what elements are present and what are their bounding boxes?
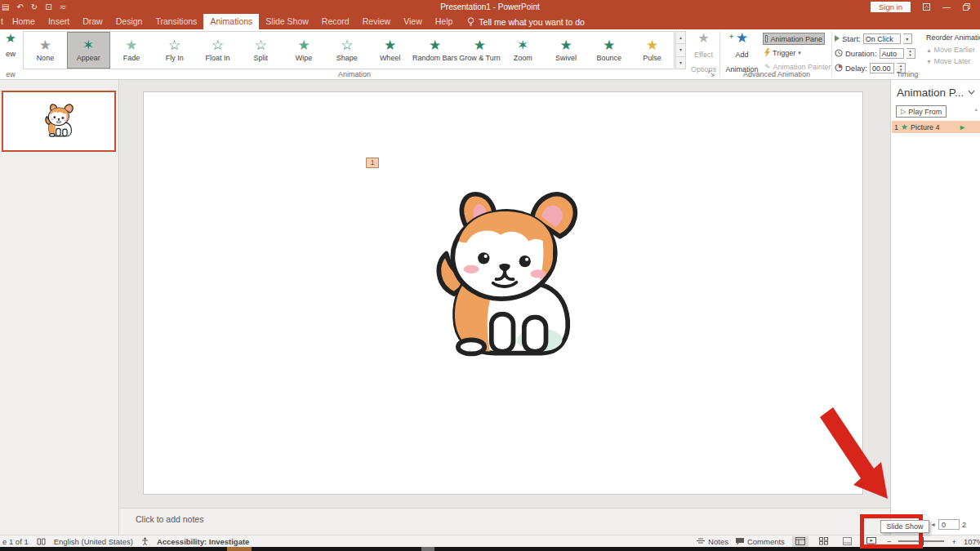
sign-in-button[interactable]: Sign in — [871, 2, 911, 12]
effect-fade[interactable]: ★ Fade — [110, 32, 154, 69]
effect-options-star-icon: ★ — [688, 31, 719, 46]
move-later-button[interactable]: ▼ Move Later — [926, 57, 980, 65]
language-indicator[interactable]: English (United States) — [54, 537, 133, 546]
timing-group-label: Timing — [835, 70, 980, 78]
ribbon-display-options-icon[interactable] — [923, 3, 930, 11]
gallery-more-icon[interactable]: ▾ — [675, 57, 686, 69]
preview-group-label: ew — [0, 70, 21, 78]
tab-insert[interactable]: Insert — [42, 14, 76, 29]
chevron-down-icon[interactable] — [968, 90, 975, 95]
play-from-button[interactable]: ▷ Play From — [896, 105, 947, 118]
duration-clock-icon — [835, 49, 843, 57]
zoom-slider[interactable] — [898, 540, 944, 542]
slide-sorter-view-button[interactable] — [816, 536, 832, 547]
notes-lines-icon — [697, 538, 705, 544]
start-icon — [835, 35, 840, 42]
effect-wipe[interactable]: ★ Wipe — [283, 32, 326, 69]
star-icon: ✶ — [82, 38, 94, 53]
tab-transitions[interactable]: Transitions — [149, 14, 203, 29]
notes-book-icon[interactable] — [37, 538, 46, 545]
tab-animations[interactable]: Animations — [203, 14, 259, 29]
effect-none[interactable]: ★ None — [24, 32, 67, 69]
tab-review[interactable]: Review — [356, 14, 397, 29]
slide-show-button[interactable] — [863, 536, 880, 547]
effect-swivel[interactable]: ★ Swivel — [545, 32, 588, 69]
effect-appear[interactable]: ✶ Appear — [67, 32, 110, 69]
minimize-button[interactable]: — — [942, 2, 951, 11]
effect-zoom[interactable]: ✶ Zoom — [501, 32, 545, 69]
slide-sorter-icon — [819, 537, 828, 545]
timeline-tick-0: 0 — [938, 519, 960, 530]
timeline-left-arrow-icon[interactable]: ◄ — [930, 522, 936, 527]
effect-fly-in[interactable]: ☆ Fly In — [153, 32, 196, 69]
star-icon: ★ — [646, 38, 658, 53]
star-icon: ★ — [429, 38, 441, 53]
comments-button[interactable]: Comments — [736, 537, 785, 546]
effect-grow-turn[interactable]: ★ Grow & Turn — [458, 32, 501, 69]
group-separator — [831, 31, 832, 77]
tab-draw[interactable]: Draw — [76, 14, 109, 29]
ribbon-animations: ★ ew ★ None ✶ Appear ★ Fade ☆ Fly In ☆ F — [0, 29, 980, 80]
animation-pane: Animation P... ▷ Play From ▴ 1 ★ Picture… — [890, 80, 980, 535]
animation-item-picture4[interactable]: 1 ★ Picture 4 ► — [892, 121, 980, 133]
add-animation-star-icon: ★+ — [723, 31, 761, 46]
effect-split[interactable]: ☆ Split — [239, 32, 283, 69]
animation-pane-button[interactable]: Animation Pane — [763, 33, 825, 45]
tab-file-partial[interactable]: t — [0, 14, 6, 29]
pane-scroll-up-icon[interactable]: ▴ — [974, 106, 978, 113]
notes-placeholder[interactable]: Click to add notes — [119, 509, 890, 524]
tab-record[interactable]: Record — [315, 14, 356, 29]
tab-slide-show[interactable]: Slide Show — [259, 14, 315, 29]
start-select[interactable]: On Click — [863, 33, 901, 44]
gallery-scroll-down-icon[interactable]: ▾ — [675, 44, 686, 56]
tab-view[interactable]: View — [397, 14, 429, 29]
effect-float-in[interactable]: ☆ Float In — [196, 32, 239, 69]
effect-random-bars[interactable]: ★ Random Bars — [412, 32, 458, 69]
normal-view-button[interactable] — [792, 536, 808, 547]
duration-input[interactable]: Auto — [880, 48, 904, 59]
comment-bubble-icon — [736, 538, 744, 545]
dialog-launcher-icon[interactable] — [708, 70, 715, 77]
effect-pulse[interactable]: ★ Pulse — [630, 32, 674, 69]
zoom-out-button[interactable]: − — [887, 537, 892, 546]
slide-canvas[interactable]: 1 — [143, 91, 863, 495]
animation-gallery: ★ None ✶ Appear ★ Fade ☆ Fly In ☆ Float … — [23, 31, 675, 69]
trigger-button[interactable]: Trigger ▾ — [763, 47, 831, 59]
slide-thumbnail-1[interactable] — [2, 91, 116, 152]
effect-bounce[interactable]: ★ Bounce — [587, 32, 630, 69]
reading-view-button[interactable] — [840, 536, 856, 547]
star-icon: ★ — [39, 38, 51, 53]
zoom-percentage[interactable]: 107% — [964, 537, 980, 546]
star-icon: ☆ — [168, 38, 180, 53]
item-play-icon: ► — [959, 123, 966, 131]
star-icon: ★ — [474, 38, 486, 53]
notes-panel[interactable]: Click to add notes — [119, 508, 890, 535]
chevron-down-icon: ▾ — [798, 50, 801, 56]
move-earlier-button[interactable]: ▲ Move Earlier — [926, 46, 980, 54]
effect-star-icon: ★ — [901, 122, 908, 131]
accessibility-status[interactable]: Accessibility: Investigate — [157, 537, 250, 546]
gallery-scroll-up-icon[interactable]: ▴ — [675, 31, 686, 44]
tell-me-box[interactable]: Tell me what you want to do — [459, 14, 585, 29]
effect-wheel[interactable]: ★ Wheel — [368, 32, 412, 69]
painter-icon: ✎ — [764, 63, 771, 71]
star-icon: ☆ — [212, 38, 224, 53]
duration-label: Duration: — [845, 49, 877, 58]
start-dropdown-icon[interactable]: ▾ — [903, 33, 912, 44]
zoom-in-button[interactable]: + — [951, 537, 956, 546]
effect-shape[interactable]: ☆ Shape — [325, 32, 368, 69]
star-icon: ★ — [384, 38, 396, 53]
notes-toggle-button[interactable]: Notes — [697, 537, 728, 546]
tab-home[interactable]: Home — [6, 14, 42, 29]
dog-image[interactable] — [423, 179, 586, 381]
tab-help[interactable]: Help — [429, 14, 460, 29]
tab-design[interactable]: Design — [109, 14, 149, 29]
star-icon: ★ — [125, 38, 137, 53]
play-icon: ▷ — [901, 108, 906, 115]
zoom-slider-handle[interactable] — [920, 537, 924, 545]
taskbar-app-orange — [227, 547, 252, 551]
restore-button[interactable] — [963, 3, 970, 11]
animation-order-badge[interactable]: 1 — [366, 158, 379, 168]
duration-spinner[interactable]: ▴▾ — [906, 48, 915, 59]
reorder-animation-label: Reorder Animation — [926, 33, 980, 42]
